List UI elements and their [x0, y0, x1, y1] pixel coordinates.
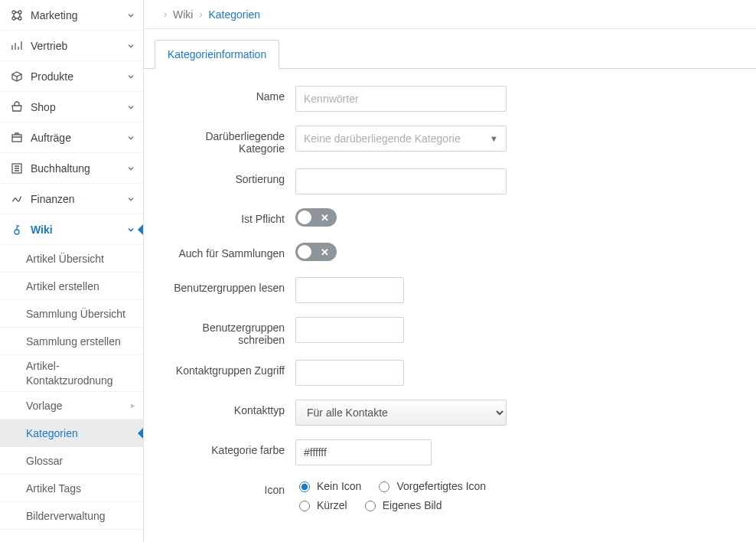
sub-sammlung-erstellen[interactable]: Sammlung erstellen [0, 328, 143, 355]
nav-vertrieb[interactable]: Vertrieb [0, 31, 143, 61]
radio-label: Kürzel [317, 499, 347, 511]
nav-label: Produkte [31, 70, 126, 83]
main: › Wiki › Kategorien Kategorieinformation… [144, 0, 756, 542]
nav-label: Buchhaltung [31, 162, 126, 175]
color-input[interactable] [295, 439, 432, 465]
breadcrumb: › Wiki › Kategorien [144, 0, 756, 29]
label-icon: Icon [158, 479, 295, 496]
radio-input[interactable] [299, 482, 310, 492]
sidebar: Marketing Vertrieb Produkte [0, 0, 144, 542]
breadcrumb-parent[interactable]: Wiki [173, 8, 193, 21]
sub-label: Artikel Übersicht [26, 253, 104, 265]
icon-option-predefined[interactable]: Vorgefertigtes Icon [375, 479, 486, 492]
nav-produkte[interactable]: Produkte [0, 61, 143, 92]
svg-point-3 [18, 17, 21, 20]
label-groups-read: Benutzergruppen lesen [158, 277, 295, 294]
sub-bilderverwaltung[interactable]: Bilderverwaltung [0, 502, 143, 530]
orders-icon [11, 132, 23, 144]
icon-option-custom-image[interactable]: Eigenes Bild [361, 498, 442, 511]
tab-strip: Kategorieinformation [144, 29, 756, 69]
radio-label: Vorgefertigtes Icon [396, 480, 486, 492]
nav-label: Finanzen [31, 193, 126, 205]
sub-label: Artikel-Kontaktzurodnung [26, 359, 135, 387]
svg-point-0 [12, 11, 15, 14]
nav-auftraege[interactable]: Aufträge [0, 122, 143, 153]
chevron-down-icon [126, 41, 135, 51]
sales-icon [11, 40, 23, 52]
svg-point-6 [15, 230, 19, 234]
chevron-down-icon [126, 133, 135, 142]
toggle-knob [298, 245, 311, 259]
caret-down-icon: ▼ [490, 134, 498, 143]
label-auch-fuer-sammlungen: Auch für Sammlungen [158, 243, 295, 260]
chevron-right-icon: › [164, 9, 167, 20]
wiki-subnav: Artikel Übersicht Artikel erstellen Samm… [0, 245, 143, 530]
label-groups-write: Benutzergruppen schreiben [158, 317, 295, 346]
sub-artikel-tags[interactable]: Artikel Tags [0, 475, 143, 502]
sort-input[interactable] [295, 168, 507, 194]
label-ist-pflicht: Ist Pflicht [158, 208, 295, 225]
svg-rect-4 [12, 135, 21, 142]
radio-input[interactable] [379, 482, 389, 492]
products-icon [11, 70, 23, 83]
icon-option-abbrev[interactable]: Kürzel [295, 498, 347, 511]
accounting-icon [11, 162, 23, 175]
nav-label: Vertrieb [31, 40, 126, 52]
chevron-right-icon: ▸ [131, 400, 135, 410]
label-contact-type: Kontakttyp [158, 400, 295, 416]
category-form: Name Darüberliegende Kategorie Keine dar… [144, 69, 756, 542]
svg-point-2 [12, 17, 15, 20]
parent-category-select[interactable]: Keine darüberliegende Kategorie ▼ [295, 126, 507, 152]
radio-input[interactable] [299, 501, 310, 511]
nav-marketing[interactable]: Marketing [0, 0, 143, 31]
nav-label: Marketing [31, 9, 126, 21]
groups-read-input[interactable] [295, 277, 404, 303]
chevron-down-icon [126, 72, 135, 81]
contact-groups-input[interactable] [295, 360, 404, 386]
toggle-off-icon: ✕ [321, 212, 329, 224]
nav-label: Wiki [31, 224, 126, 236]
breadcrumb-current[interactable]: Kategorien [208, 8, 260, 21]
sub-artikel-kontaktzuordnung[interactable]: Artikel-Kontaktzurodnung [0, 355, 143, 392]
groups-write-input[interactable] [295, 317, 404, 343]
select-placeholder: Keine darüberliegende Kategorie [304, 132, 461, 145]
radio-label: Kein Icon [317, 480, 361, 492]
toggle-off-icon: ✕ [321, 247, 329, 258]
sub-artikel-uebersicht[interactable]: Artikel Übersicht [0, 245, 143, 273]
chevron-down-icon [126, 11, 135, 20]
toggle-knob [298, 211, 311, 224]
nav-finanzen[interactable]: Finanzen [0, 184, 143, 214]
shop-icon [11, 101, 23, 113]
contact-type-select[interactable]: Für alle Kontakte [295, 400, 507, 426]
marketing-icon [11, 9, 23, 21]
label-contact-groups: Kontaktgruppen Zugriff [158, 360, 295, 377]
sub-label: Glossar [26, 455, 63, 467]
tab-kategorieinformation[interactable]: Kategorieinformation [155, 40, 279, 69]
sub-kategorien[interactable]: Kategorien [0, 420, 143, 447]
sub-artikel-erstellen[interactable]: Artikel erstellen [0, 273, 143, 300]
collections-toggle[interactable]: ✕ [295, 243, 337, 261]
nav-shop[interactable]: Shop [0, 92, 143, 122]
icon-option-none[interactable]: Kein Icon [295, 479, 361, 492]
sub-label: Artikel erstellen [26, 280, 99, 292]
chevron-down-icon [126, 164, 135, 173]
sub-glossar[interactable]: Glossar [0, 447, 143, 475]
nav-buchhaltung[interactable]: Buchhaltung [0, 153, 143, 184]
chevron-down-icon [126, 194, 135, 204]
sub-label: Sammlung erstellen [26, 335, 121, 348]
svg-point-1 [18, 11, 21, 14]
sub-vorlage[interactable]: Vorlage ▸ [0, 392, 143, 420]
mandatory-toggle[interactable]: ✕ [295, 208, 337, 227]
sub-label: Bilderverwaltung [26, 510, 106, 522]
sub-label: Sammlung Übersicht [26, 308, 125, 320]
nav-wiki[interactable]: Wiki [0, 214, 143, 245]
finance-icon [11, 193, 23, 205]
radio-input[interactable] [365, 501, 376, 511]
sub-sammlung-uebersicht[interactable]: Sammlung Übersicht [0, 300, 143, 328]
chevron-down-icon [126, 103, 135, 112]
nav-label: Shop [31, 101, 126, 113]
sub-label: Artikel Tags [26, 482, 81, 495]
label-sortierung: Sortierung [158, 168, 295, 185]
name-input[interactable] [295, 86, 507, 112]
nav-label: Aufträge [31, 132, 126, 144]
